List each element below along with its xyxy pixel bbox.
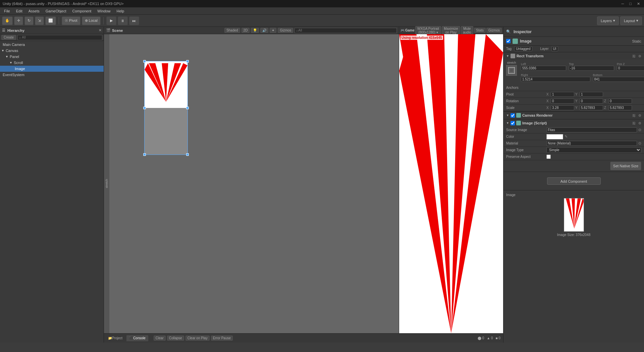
scale-z-input[interactable] [608, 105, 632, 110]
component-enabled-checkbox[interactable] [506, 39, 511, 43]
pivot-x-input[interactable] [551, 92, 574, 97]
x-label: X [546, 93, 550, 96]
maximize-button[interactable]: □ [628, 2, 633, 6]
game-mute-button[interactable]: Mute audio [461, 26, 474, 35]
rotation-y-input[interactable] [580, 99, 603, 104]
canvas-renderer-icon [516, 113, 521, 118]
hierarchy-item-panel[interactable]: ▼ Panel [0, 54, 104, 60]
component-name: Image [520, 39, 532, 44]
add-component-button[interactable]: Add Component [547, 177, 601, 185]
rect-tool-button[interactable]: ⬜ [45, 16, 56, 25]
console-collapse-button[interactable]: Collapse [167, 336, 184, 341]
rect-top-input[interactable] [569, 66, 614, 71]
add-component-container: Add Component [503, 172, 644, 190]
image-script-enabled[interactable] [511, 121, 515, 125]
pause-button[interactable]: ⏸ [118, 16, 128, 25]
menu-file[interactable]: File [1, 8, 13, 14]
close-button[interactable]: ✕ [636, 2, 641, 6]
menu-assets[interactable]: Assets [26, 8, 42, 14]
local-button[interactable]: ⊕ Local [82, 16, 101, 25]
canvas-renderer-header[interactable]: ▼ Canvas Renderer ⛓ ⚙ [503, 112, 644, 119]
play-button[interactable]: ▶ [106, 16, 116, 25]
scale-x-input[interactable] [551, 105, 574, 110]
hierarchy-close-button[interactable]: ✕ [99, 28, 102, 33]
material-pick-icon[interactable]: ⊙ [638, 141, 641, 145]
game-stats-button[interactable]: Stats [474, 28, 486, 33]
material-input[interactable] [546, 141, 637, 146]
step-button[interactable]: ⏭ [129, 16, 139, 25]
shading-button[interactable]: Shaded [224, 28, 240, 33]
handle-br[interactable] [186, 153, 189, 156]
game-gizmos-button[interactable]: Gizmos [486, 28, 502, 33]
color-pick-icon[interactable]: ✎ [565, 134, 568, 139]
source-image-pick-icon[interactable]: ⊙ [638, 128, 641, 132]
hierarchy-item-scroll[interactable]: ▼ Scroll [0, 60, 104, 66]
layers-dropdown[interactable]: Layers ▾ [597, 16, 619, 25]
anchor-preset-button[interactable] [506, 65, 517, 76]
rotation-x-input[interactable] [551, 99, 574, 104]
pivot-row: Pivot X Y [503, 91, 644, 98]
menu-edit[interactable]: Edit [13, 8, 25, 14]
game-image-display [399, 34, 503, 333]
console-clear-on-play-button[interactable]: Clear on Play [185, 336, 210, 341]
2d-button[interactable]: 2D [241, 28, 250, 33]
rect-left-input[interactable] [521, 66, 566, 71]
color-swatch[interactable] [546, 134, 563, 139]
preserve-aspect-checkbox[interactable] [546, 155, 551, 159]
scale-y-input[interactable] [580, 105, 603, 110]
image-script-header[interactable]: ▼ Image (Script) ⛓ ⚙ [503, 119, 644, 127]
handle-tl[interactable] [143, 60, 146, 63]
hierarchy-item-main-camera[interactable]: Main Camera [0, 42, 104, 48]
hierarchy-item-eventsystem[interactable]: EventSystem [0, 72, 104, 78]
hierarchy-item-canvas[interactable]: ▼ Canvas [0, 48, 104, 54]
source-image-input[interactable] [546, 127, 637, 132]
console-clear-button[interactable]: Clear [154, 336, 166, 341]
scale-tool-button[interactable]: ⇲ [35, 16, 44, 25]
menu-gameobject[interactable]: GameObject [43, 8, 69, 14]
rect-right-input[interactable] [521, 77, 590, 82]
hierarchy-item-image[interactable]: Image [0, 66, 104, 72]
menu-window[interactable]: Window [95, 8, 113, 14]
rect-transform-header[interactable]: ▼ Rect Transform ⛓ ⚙ [503, 52, 644, 60]
y-label: Y [575, 93, 579, 96]
rotate-tool-button[interactable]: ↻ [24, 16, 34, 25]
scene-search-input[interactable] [294, 28, 397, 33]
scene-light-button[interactable]: 💡 [251, 28, 259, 33]
rect-bottom-input[interactable] [593, 77, 644, 82]
project-tab[interactable]: 📁 Project [105, 335, 125, 341]
scene-audio-button[interactable]: 🔊 [260, 28, 268, 33]
menu-help[interactable]: Help [114, 8, 127, 14]
hierarchy-search-input[interactable] [17, 35, 102, 40]
layout-dropdown[interactable]: Layout ▾ [620, 16, 642, 25]
rotation-z-input[interactable] [608, 99, 632, 104]
canvas-renderer-enabled[interactable] [511, 113, 515, 118]
move-tool-button[interactable]: ✛ [14, 16, 23, 25]
console-icon: ⬛ [129, 336, 133, 340]
rect-row-1: Left Top Pos Z [518, 61, 644, 72]
console-tab[interactable]: ⬛ Console [126, 335, 148, 341]
minimize-button[interactable]: ─ [620, 2, 626, 6]
scene-fx-button[interactable]: ✦ [270, 28, 276, 33]
square-count: ■ 0 [496, 336, 500, 340]
separator-1 [59, 17, 59, 24]
material-row: Material ⊙ [503, 140, 644, 147]
menu-component[interactable]: Component [69, 8, 94, 14]
scene-selected-object[interactable] [144, 61, 188, 155]
hierarchy-create-button[interactable]: Create [1, 35, 16, 40]
handle-mr[interactable] [186, 107, 189, 109]
chevron-down-icon-2: ▾ [636, 18, 638, 23]
rect-posz-input[interactable] [617, 66, 644, 71]
pivot-button[interactable]: ☉ Pivot [62, 16, 80, 25]
game-resolution-button[interactable]: WXGA Portrait (800x1280) ▾ [415, 26, 441, 35]
handle-bl[interactable] [143, 153, 146, 156]
scene-gizmos-button[interactable]: Gizmos [278, 28, 293, 33]
pivot-y-input[interactable] [580, 92, 603, 97]
set-native-size-button[interactable]: Set Native Size [610, 162, 641, 170]
hand-tool-button[interactable]: ✋ [2, 16, 13, 25]
handle-ml[interactable] [143, 107, 146, 109]
image-type-select[interactable]: Simple Sliced Tiled Filled [546, 147, 641, 153]
game-maximize-button[interactable]: Maximize on Play [442, 26, 460, 35]
scene-content[interactable]: stretch [104, 34, 399, 333]
console-error-pause-button[interactable]: Error Pause [211, 336, 233, 341]
handle-tr[interactable] [186, 60, 189, 63]
